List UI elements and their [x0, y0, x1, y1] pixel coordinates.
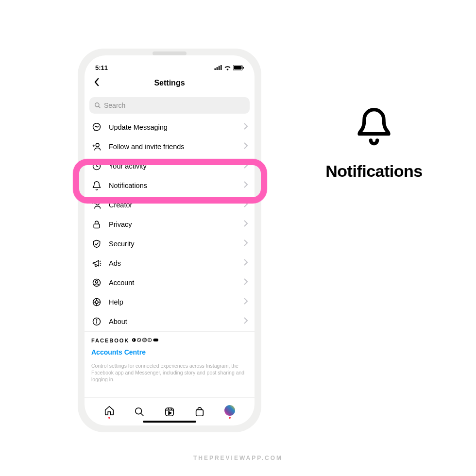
navbar-title: Settings: [154, 79, 185, 87]
home-icon: [104, 405, 115, 416]
chevron-right-icon: [244, 162, 248, 170]
row-label: Creator: [109, 201, 237, 209]
search-placeholder: Search: [104, 102, 125, 109]
footer-block: FACEBOOK f Accounts Centre Co: [85, 331, 255, 386]
reels-icon: [164, 407, 175, 417]
row-label: Your activity: [109, 162, 237, 170]
svg-rect-3: [221, 65, 222, 70]
svg-point-14: [96, 202, 99, 205]
status-icons: [214, 65, 244, 70]
clock-icon: [91, 161, 102, 171]
row-label: Account: [109, 279, 237, 287]
status-time: 5:11: [95, 64, 108, 71]
row-label: About: [109, 318, 237, 325]
chevron-right-icon: [244, 220, 248, 229]
callout: Notifications: [291, 104, 457, 181]
svg-marker-44: [169, 411, 171, 414]
row-account[interactable]: Account: [85, 273, 255, 292]
brand-glyphs-icon: f: [132, 338, 161, 343]
search-icon: [94, 102, 101, 109]
row-label: Update Messaging: [109, 123, 237, 131]
chevron-right-icon: [244, 278, 248, 287]
tab-shop[interactable]: [194, 407, 205, 417]
tab-home[interactable]: [104, 405, 115, 419]
search-input[interactable]: Search: [89, 97, 250, 114]
svg-point-22: [95, 301, 98, 304]
settings-list: Update Messaging Follow and invite frien…: [85, 118, 255, 397]
chevron-right-icon: [244, 317, 248, 326]
home-indicator: [143, 421, 196, 423]
chevron-right-icon: [244, 298, 248, 306]
svg-rect-1: [217, 67, 218, 70]
tab-profile[interactable]: [224, 405, 235, 419]
svg-rect-6: [243, 67, 244, 68]
notification-dot-icon: [229, 417, 231, 419]
svg-line-16: [100, 261, 101, 262]
tab-search[interactable]: [134, 407, 145, 417]
account-icon: [91, 278, 102, 288]
row-label: Follow and invite friends: [109, 143, 237, 151]
lock-icon: [91, 220, 102, 229]
status-bar: 5:11: [85, 55, 255, 73]
row-help[interactable]: Help: [85, 292, 255, 312]
row-security[interactable]: Security: [85, 234, 255, 254]
chevron-left-icon: [93, 78, 100, 86]
svg-line-18: [100, 265, 101, 266]
svg-rect-5: [234, 66, 242, 69]
svg-point-34: [144, 339, 145, 340]
svg-point-20: [96, 281, 98, 283]
row-follow-invite[interactable]: Follow and invite friends: [85, 137, 255, 156]
svg-point-10: [96, 143, 99, 147]
tab-bar: [85, 397, 255, 425]
row-update-messaging[interactable]: Update Messaging: [85, 118, 255, 137]
phone-notch: [153, 51, 187, 55]
svg-rect-45: [196, 409, 204, 416]
chevron-right-icon: [244, 142, 248, 151]
facebook-brand: FACEBOOK f: [91, 338, 248, 343]
notification-dot-icon: [108, 417, 110, 419]
bell-icon: [355, 104, 393, 147]
svg-line-39: [141, 413, 144, 416]
row-label: Help: [109, 298, 237, 306]
callout-title: Notifications: [325, 162, 422, 181]
row-label: Security: [109, 240, 237, 248]
row-creator[interactable]: Creator: [85, 195, 255, 215]
battery-icon: [233, 65, 244, 70]
tab-reels[interactable]: [164, 407, 175, 417]
row-privacy[interactable]: Privacy: [85, 215, 255, 234]
chevron-right-icon: [244, 239, 248, 248]
chevron-right-icon: [244, 259, 248, 268]
megaphone-icon: [91, 258, 102, 268]
back-button[interactable]: [90, 75, 103, 91]
footer-description: Control settings for connected experienc…: [91, 362, 248, 383]
svg-point-38: [136, 408, 142, 414]
wifi-icon: [224, 65, 231, 70]
svg-line-8: [99, 106, 101, 108]
shield-icon: [91, 239, 102, 249]
chevron-right-icon: [244, 181, 248, 190]
row-ads[interactable]: Ads: [85, 254, 255, 273]
chevron-right-icon: [244, 123, 248, 132]
search-icon: [134, 407, 145, 417]
help-icon: [91, 297, 102, 307]
chevron-right-icon: [244, 201, 248, 209]
row-notifications[interactable]: Notifications: [85, 176, 255, 195]
accounts-centre-link[interactable]: Accounts Centre: [91, 348, 146, 356]
row-label: Ads: [109, 259, 237, 267]
row-label: Privacy: [109, 221, 237, 228]
row-your-activity[interactable]: Your activity: [85, 156, 255, 176]
messenger-icon: [91, 122, 102, 132]
svg-rect-0: [215, 68, 216, 70]
watermark: THEPREVIEWAPP.COM: [193, 455, 283, 461]
svg-rect-37: [153, 339, 159, 341]
info-icon: [91, 317, 102, 326]
add-user-icon: [91, 142, 102, 152]
signal-icon: [214, 65, 222, 70]
svg-point-7: [95, 103, 99, 107]
row-about[interactable]: About: [85, 312, 255, 331]
row-label: Notifications: [109, 182, 237, 189]
shop-icon: [194, 407, 205, 417]
svg-point-29: [96, 320, 97, 320]
svg-text:f: f: [133, 339, 135, 341]
navbar: Settings: [85, 73, 255, 93]
